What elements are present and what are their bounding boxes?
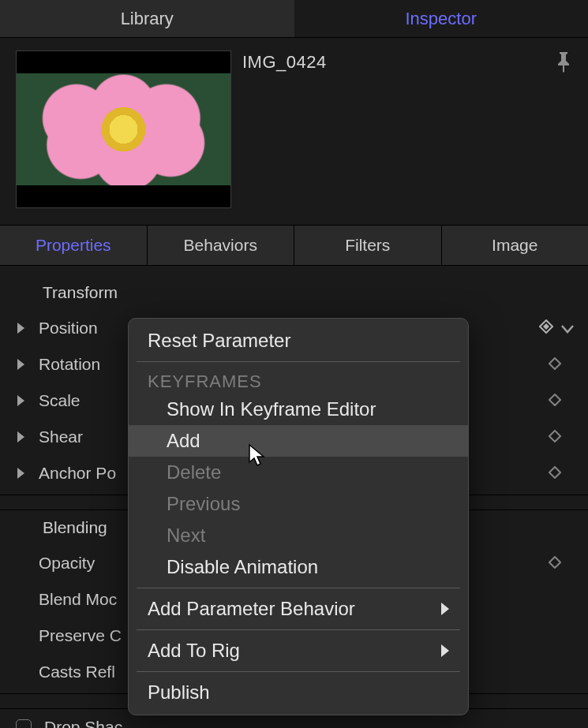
menu-delete-keyframe: Delete (129, 457, 468, 488)
disclosure-triangle-icon[interactable] (17, 323, 24, 334)
keyframe-diamond-icon[interactable] (549, 427, 561, 446)
menu-separator (137, 629, 460, 630)
row-label: Rotation (39, 355, 100, 374)
row-label: Position (39, 319, 98, 338)
menu-next-keyframe: Next (129, 520, 468, 551)
row-label: Preserve C (39, 626, 122, 645)
keyframe-diamond-icon[interactable] (539, 319, 553, 338)
keyframe-diamond-icon[interactable] (549, 554, 561, 573)
menu-item-label: Add To Rig (148, 640, 240, 662)
preview-row: IMG_0424 (0, 38, 588, 225)
submenu-arrow-icon (441, 603, 449, 615)
menu-add-to-rig[interactable]: Add To Rig (129, 635, 468, 666)
tab-properties[interactable]: Properties (0, 226, 148, 265)
menu-add-parameter-behavior[interactable]: Add Parameter Behavior (129, 593, 468, 625)
group-transform: Transform (0, 280, 588, 310)
menu-separator (137, 671, 460, 672)
menu-disable-animation[interactable]: Disable Animation (129, 551, 468, 583)
menu-add-keyframe[interactable]: Add (129, 425, 468, 457)
menu-separator (137, 361, 460, 362)
menu-item-label: Next (167, 525, 205, 547)
tab-inspector[interactable]: Inspector (294, 0, 589, 37)
keyframe-diamond-icon[interactable] (549, 464, 561, 483)
row-label: Casts Refl (39, 663, 115, 681)
top-tabs: Library Inspector (0, 0, 588, 38)
drop-shadow-checkbox[interactable] (16, 719, 32, 729)
disclosure-triangle-icon[interactable] (17, 431, 24, 442)
chevron-down-icon[interactable] (561, 319, 574, 338)
tab-filters[interactable]: Filters (294, 226, 442, 265)
file-name-label: IMG_0424 (242, 52, 572, 73)
pin-icon[interactable] (556, 52, 571, 77)
menu-show-in-keyframe-editor[interactable]: Show In Keyframe Editor (129, 394, 468, 425)
menu-item-label: Show In Keyframe Editor (167, 398, 376, 420)
disclosure-triangle-icon[interactable] (17, 468, 24, 479)
menu-item-label: Reset Parameter (148, 330, 290, 352)
keyframe-diamond-icon[interactable] (549, 355, 561, 374)
row-label: Scale (39, 391, 81, 410)
menu-item-label: Publish (148, 681, 210, 704)
menu-keyframes-header: KEYFRAMES (129, 367, 468, 394)
menu-previous-keyframe: Previous (129, 488, 468, 520)
menu-item-label: Add (167, 430, 200, 452)
row-label: Anchor Po (39, 464, 116, 483)
submenu-arrow-icon (441, 644, 449, 657)
tab-behaviors[interactable]: Behaviors (148, 226, 295, 265)
row-label: Shear (39, 427, 83, 446)
menu-item-label: Delete (167, 461, 221, 483)
menu-reset-parameter[interactable]: Reset Parameter (129, 325, 468, 357)
menu-item-label: Add Parameter Behavior (148, 598, 355, 620)
disclosure-triangle-icon[interactable] (17, 359, 24, 370)
preview-thumbnail[interactable] (16, 50, 231, 208)
disclosure-triangle-icon[interactable] (17, 395, 24, 406)
context-menu: Reset Parameter KEYFRAMES Show In Keyfra… (128, 318, 469, 715)
row-label: Opacity (39, 554, 95, 573)
sub-tabs: Properties Behaviors Filters Image (0, 225, 588, 266)
menu-item-label: Previous (167, 493, 240, 515)
row-label: Drop Shac (44, 718, 122, 729)
keyframe-diamond-icon[interactable] (549, 391, 561, 410)
tab-image[interactable]: Image (442, 226, 589, 265)
menu-publish[interactable]: Publish (129, 677, 468, 708)
tab-library[interactable]: Library (0, 0, 294, 37)
menu-separator (137, 588, 460, 588)
menu-item-label: Disable Animation (167, 556, 318, 578)
row-label: Blend Moc (39, 590, 117, 609)
